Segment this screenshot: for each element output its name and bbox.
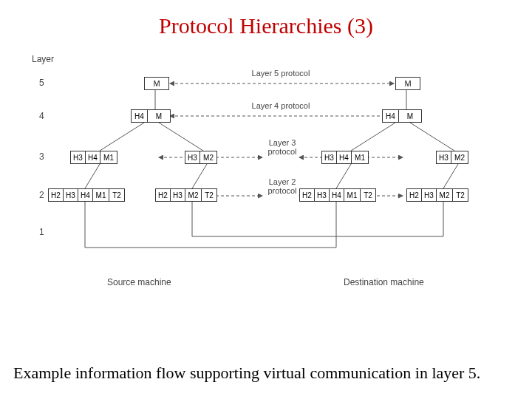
cell-H2: H2 — [300, 189, 315, 201]
cell-M1: M1 — [352, 151, 368, 163]
protocol-diagram: Layer 5 4 3 2 1 Layer 5 protocol Layer 4… — [41, 55, 514, 321]
svg-line-16 — [336, 164, 351, 188]
page-title: Protocol Hierarchies (3) — [0, 0, 532, 38]
proto-3-label: Layer 3 protocol — [264, 138, 301, 156]
cell-H4: H4 — [337, 151, 352, 163]
cell-H4: H4 — [383, 110, 399, 122]
proto-5-label: Layer 5 protocol — [244, 69, 318, 78]
svg-line-12 — [192, 164, 207, 188]
cell-H2: H2 — [156, 189, 171, 201]
cell-M: M — [399, 110, 421, 122]
cell-M2: M2 — [437, 189, 453, 201]
l2-left-a: H2 H3 H4 M1 T2 — [48, 188, 125, 202]
l5-right-M: M — [395, 77, 420, 90]
cell-H4: H4 — [330, 189, 344, 201]
caption-text: Example information flow supporting virt… — [13, 364, 480, 383]
layer-num-4: 4 — [39, 111, 44, 121]
cell-T2: T2 — [109, 189, 124, 201]
cell-H3: H3 — [422, 189, 437, 201]
cell-T2: T2 — [453, 189, 468, 201]
layer-num-2: 2 — [39, 190, 44, 200]
cell-M: M — [148, 110, 170, 122]
svg-line-15 — [410, 123, 454, 151]
l4-left: H4 M — [131, 109, 171, 123]
l2-right-a: H2 H3 H4 M1 T2 — [299, 188, 376, 202]
svg-line-9 — [100, 123, 144, 151]
l3-left-a: H3 H4 M1 — [70, 151, 117, 164]
cell-H3: H3 — [437, 151, 451, 163]
cell-H3: H3 — [315, 189, 330, 201]
cell-M2: M2 — [200, 151, 216, 163]
layer-num-5: 5 — [39, 78, 44, 88]
svg-line-17 — [443, 164, 458, 188]
layer-num-1: 1 — [39, 227, 44, 237]
cell-T2: T2 — [202, 189, 216, 201]
cell-H3: H3 — [64, 189, 78, 201]
cell-M1: M1 — [93, 189, 109, 201]
cell-H3: H3 — [185, 151, 200, 163]
dest-machine-label: Destination machine — [344, 277, 424, 287]
l3-right-a: H3 H4 M1 — [321, 151, 369, 164]
proto-2-label: Layer 2 protocol — [264, 177, 301, 195]
cell-H4: H4 — [86, 151, 100, 163]
cell-H3: H3 — [171, 189, 185, 201]
cell-H3: H3 — [71, 151, 86, 163]
l2-right-b: H2 H3 M2 T2 — [406, 188, 468, 202]
cell-H4: H4 — [132, 110, 148, 122]
l4-right: H4 M — [382, 109, 422, 123]
proto-4-label: Layer 4 protocol — [244, 101, 318, 110]
layer-header: Layer — [32, 54, 54, 64]
cell-T2: T2 — [361, 189, 375, 201]
l3-right-b: H3 M2 — [436, 151, 468, 164]
cell-H2: H2 — [407, 189, 422, 201]
svg-line-14 — [351, 123, 395, 151]
source-machine-label: Source machine — [107, 277, 171, 287]
l3-left-b: H3 M2 — [185, 151, 217, 164]
svg-line-10 — [159, 123, 203, 151]
l2-left-b: H2 H3 M2 T2 — [155, 188, 217, 202]
cell-H4: H4 — [78, 189, 93, 201]
cell-M1: M1 — [100, 151, 117, 163]
layer-num-3: 3 — [39, 151, 44, 162]
cell-H3: H3 — [322, 151, 337, 163]
cell-M1: M1 — [344, 189, 361, 201]
l5-left-M: M — [144, 77, 169, 90]
svg-line-11 — [85, 164, 100, 188]
cell-M2: M2 — [185, 189, 202, 201]
cell-M2: M2 — [451, 151, 468, 163]
cell-H2: H2 — [49, 189, 64, 201]
